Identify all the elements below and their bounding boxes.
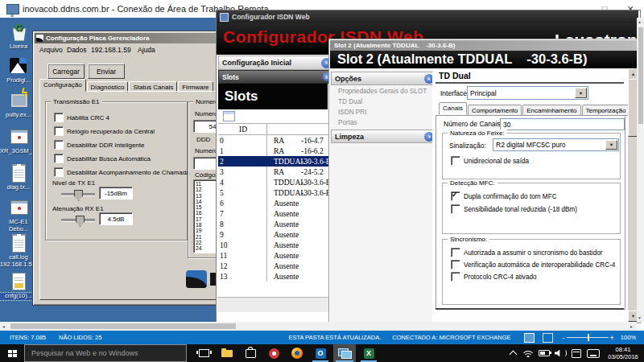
battery-button[interactable] xyxy=(536,344,552,362)
tray-expand-button[interactable] xyxy=(506,344,520,362)
checkbox-unidirecional[interactable]: ✓ Unidirecional de saída xyxy=(451,156,529,166)
sidebar-item-td-dual[interactable]: TD Dual xyxy=(338,98,362,105)
scroll-thumb[interactable] xyxy=(10,323,236,329)
rdp-vscrollbar[interactable]: ▲ ▼ xyxy=(637,18,644,322)
media-app-button[interactable] xyxy=(263,344,284,362)
tab-canais[interactable]: Canais xyxy=(439,102,467,115)
menu-ip[interactable]: 192.168.1.59 xyxy=(91,46,131,54)
window2-titlebar[interactable]: Configurador ISDN Web xyxy=(217,10,638,23)
checkbox[interactable]: ✓ xyxy=(451,156,460,166)
file-explorer-button[interactable] xyxy=(217,344,237,362)
checkbox-acompanhamento[interactable]: ✓ Desabilitar Acompanhamento de Chamada xyxy=(54,167,190,177)
action-center-icon xyxy=(572,349,581,358)
tab-temporizacao[interactable]: Temporização xyxy=(582,105,630,116)
outlook-button[interactable]: O xyxy=(310,344,331,362)
sidebar-item-propriedades[interactable]: Propriedades Gerais do SLOT xyxy=(338,88,427,95)
checkbox-relogio[interactable]: ✓ Relógio recuperado da Central xyxy=(54,126,155,136)
scroll-down-icon[interactable]: ▼ xyxy=(638,315,642,320)
checkbox[interactable]: ✓ xyxy=(54,154,64,163)
window3-sidebar: Opções » Propriedades Gerais do SLOT TD … xyxy=(330,68,432,322)
app-window-icon xyxy=(9,127,28,146)
checkbox-habilita-crc4[interactable]: ✓ Habilita CRC 4 xyxy=(54,113,109,122)
checkbox[interactable]: ✓ xyxy=(451,272,460,282)
checkbox-label: Relógio recuperado da Central xyxy=(67,128,155,135)
checkbox[interactable]: ✓ xyxy=(54,126,64,136)
store-button[interactable] xyxy=(240,344,261,362)
chevron-down-icon[interactable]: ▼ xyxy=(605,140,617,150)
clock[interactable]: 08:41 03/05/2016 xyxy=(602,344,644,362)
window3-titlebar[interactable]: Slot 2 (Atualmente TDDUAL -30-3.6-B) xyxy=(330,40,638,51)
column-header-id[interactable]: ID xyxy=(218,124,267,134)
zoom-slider-thumb[interactable] xyxy=(588,334,589,341)
interface-select[interactable]: Principal ▼ xyxy=(467,86,588,100)
slots-section-bar[interactable]: Slots » xyxy=(218,70,336,84)
zoom-level[interactable]: 100% xyxy=(621,334,636,341)
config-inicial-bar[interactable]: Configuração Inicial » xyxy=(218,56,336,70)
tx-slider[interactable] xyxy=(61,193,95,196)
action-center-button[interactable] xyxy=(568,344,584,362)
layout-view-icon[interactable] xyxy=(543,333,553,343)
exchange-status: CONECTADO A: MICROSOFT EXCHANGE xyxy=(392,334,510,341)
volume-button[interactable] xyxy=(552,344,568,362)
checkbox-dupla-confirmacao[interactable]: ✓ Dupla confirmação do tom MFC xyxy=(451,191,557,201)
slots-toolbar xyxy=(218,109,328,122)
checkbox[interactable]: ✓ xyxy=(451,204,460,214)
remote-desktop-button[interactable] xyxy=(333,344,356,362)
group-deteccao-mfc: Detecção MFC: ✓ Dupla confirmação do tom… xyxy=(442,183,621,234)
sidebar-item-isdn-pri[interactable]: ISDN PRI xyxy=(338,109,367,116)
scroll-thumb[interactable] xyxy=(638,27,643,124)
num-canais-input[interactable]: 30 xyxy=(500,118,625,130)
sinalizacao-select[interactable]: R2 digital MFC5C puro ▼ xyxy=(493,138,619,151)
carregar-button[interactable]: Carregar xyxy=(47,64,85,79)
reading-view-icon[interactable] xyxy=(524,333,535,343)
menu-dados[interactable]: Dados xyxy=(67,46,87,54)
task-view-button[interactable] xyxy=(193,344,214,362)
rx-value-field[interactable]: 4.5dB xyxy=(99,212,133,225)
itens-count: ITENS: 7.085 xyxy=(10,334,46,341)
checkbox-busca[interactable]: ✓ Desabilitar Busca Automática xyxy=(54,154,151,163)
checkbox-ddr[interactable]: ✓ Desabilitar DDR Inteligente xyxy=(54,140,145,150)
checkbox[interactable]: ✓ xyxy=(451,260,460,269)
rdp-hscrollbar[interactable]: ◄ ► xyxy=(0,322,637,331)
rx-slider[interactable] xyxy=(61,219,95,222)
checkbox[interactable]: ✓ xyxy=(451,191,460,201)
checkbox[interactable]: ✓ xyxy=(54,140,64,150)
enviar-button[interactable]: Enviar xyxy=(88,64,125,79)
firefox-button[interactable] xyxy=(287,344,308,362)
text-file-icon xyxy=(9,163,28,183)
keyboard-button[interactable] xyxy=(584,344,602,362)
folder-icon xyxy=(221,350,233,357)
excel-button[interactable]: X xyxy=(358,344,379,362)
scroll-up-icon[interactable]: ▲ xyxy=(638,19,642,24)
table-icon[interactable] xyxy=(223,111,235,121)
zoom-out-icon[interactable]: - xyxy=(563,334,565,342)
sidebar-item-portas[interactable]: Portas xyxy=(338,119,357,126)
tab-configuracao[interactable]: Configuração xyxy=(39,79,86,92)
limpeza-header[interactable]: Limpeza » xyxy=(331,130,438,143)
checkbox-label: Desabilitar Acompanhamento de Chamada xyxy=(67,169,190,176)
sinalizacao-label: Sinalização: xyxy=(449,142,486,150)
tx-value-field[interactable]: -15dBm xyxy=(99,187,133,200)
network-button[interactable] xyxy=(520,344,536,362)
tab-comportamento[interactable]: Comportamento xyxy=(468,105,522,116)
menu-ajuda[interactable]: Ajuda xyxy=(138,46,155,54)
checkbox-protocolo-crc4[interactable]: ✓ Protocolo CRC-4 ativado xyxy=(451,272,537,282)
checkbox[interactable]: ✓ xyxy=(54,167,64,177)
codigos-label: Códigos xyxy=(195,171,218,179)
menu-arquivo[interactable]: Arquivo xyxy=(39,46,63,54)
chevron-down-icon[interactable]: ▼ xyxy=(575,88,587,98)
scroll-left-icon[interactable]: ◄ xyxy=(2,324,6,329)
config-file-icon xyxy=(9,272,28,291)
opcoes-header[interactable]: Opções » xyxy=(331,72,438,85)
checkbox[interactable]: ✓ xyxy=(451,248,460,257)
zoom-slider[interactable] xyxy=(567,337,609,338)
tab-encaminhamento[interactable]: Encaminhamento xyxy=(522,105,580,116)
checkbox[interactable]: ✓ xyxy=(54,113,64,122)
zoom-in-icon[interactable]: + xyxy=(610,334,614,342)
taskbar-search-input[interactable]: Pesquisar na Web e no Windows xyxy=(24,344,187,362)
scroll-right-icon[interactable]: ► xyxy=(630,324,634,329)
start-button[interactable] xyxy=(0,344,24,362)
checkbox-sensibilidade[interactable]: ✓ Sensibilidade tonal reduzida (-18 dBm) xyxy=(451,204,577,214)
checkbox-autorizada[interactable]: ✓ Autorizada a assumir o sincronismo do … xyxy=(451,248,602,257)
checkbox-verificacao-crc4[interactable]: ✓ Verificação automática de interoperabi… xyxy=(451,260,615,269)
